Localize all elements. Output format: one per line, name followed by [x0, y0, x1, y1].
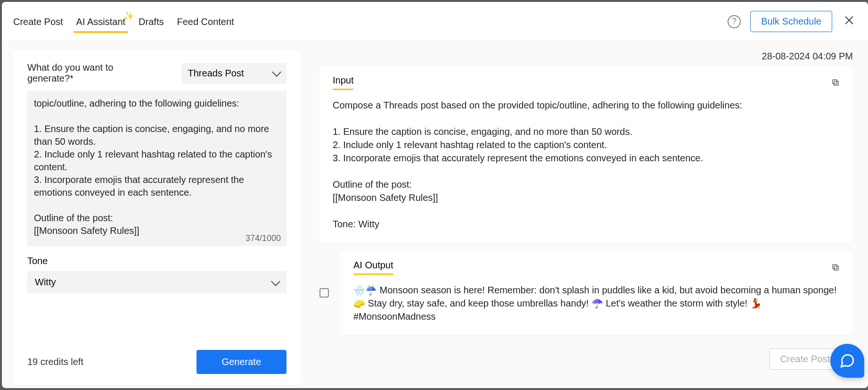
sparkle-icon: ✨ — [123, 11, 134, 21]
tone-label: Tone — [27, 256, 287, 266]
svg-rect-3 — [833, 80, 837, 84]
close-icon[interactable] — [842, 12, 857, 31]
tab-label: AI Assistant — [76, 17, 126, 27]
tab-drafts[interactable]: Drafts — [139, 4, 164, 39]
bulk-schedule-button[interactable]: Bulk Schedule — [750, 11, 832, 32]
output-card-body: 🌧️☔ Monsoon season is here! Remember: do… — [353, 283, 840, 323]
svg-rect-5 — [833, 265, 837, 269]
char-counter: 374/1000 — [243, 233, 281, 243]
copy-icon[interactable] — [831, 263, 840, 272]
output-card: AI Output 🌧️☔ Monsoon season is here! Re… — [340, 251, 853, 335]
modal-body: What do you want to generate?* Threads P… — [2, 41, 868, 388]
header-actions: ? Bulk Schedule — [728, 11, 857, 32]
modal-header: Create Post AI Assistant ✨ Drafts Feed C… — [2, 2, 868, 41]
output-select-checkbox[interactable] — [319, 288, 329, 298]
help-icon[interactable]: ? — [728, 15, 741, 28]
input-card-body: Compose a Threads post based on the prov… — [333, 99, 840, 231]
generation-timestamp: 28-08-2024 04:09 PM — [319, 51, 853, 62]
output-card-title: AI Output — [353, 260, 393, 275]
prompt-textarea[interactable]: topic/outline, adhering to the following… — [27, 91, 287, 246]
tone-value: Witty — [35, 277, 56, 288]
chevron-down-icon — [271, 277, 280, 286]
credits-remaining: 19 credits left — [27, 357, 83, 367]
generate-button[interactable]: Generate — [197, 350, 287, 374]
chevron-down-icon — [272, 67, 281, 77]
svg-rect-2 — [834, 81, 838, 85]
tab-create-post[interactable]: Create Post — [13, 4, 63, 39]
copy-icon[interactable] — [831, 78, 840, 87]
chat-icon — [839, 353, 855, 369]
input-card: Input Compose a Threads post based on th… — [319, 66, 853, 243]
post-type-select[interactable]: Threads Post — [181, 63, 287, 83]
results-panel: 28-08-2024 04:09 PM Input Compose a Thre… — [301, 51, 865, 385]
header-tabs: Create Post AI Assistant ✨ Drafts Feed C… — [13, 4, 234, 39]
compose-modal: Create Post AI Assistant ✨ Drafts Feed C… — [2, 2, 868, 388]
tab-feed-content[interactable]: Feed Content — [177, 4, 234, 39]
generator-panel: What do you want to generate?* Threads P… — [13, 51, 301, 385]
input-card-title: Input — [333, 75, 353, 90]
svg-rect-4 — [834, 266, 838, 270]
tab-ai-assistant[interactable]: AI Assistant ✨ — [76, 4, 126, 39]
generate-type-label: What do you want to generate?* — [27, 62, 158, 84]
post-type-value: Threads Post — [188, 68, 244, 79]
tone-select[interactable]: Witty — [27, 271, 287, 293]
chat-fab[interactable] — [830, 344, 864, 378]
